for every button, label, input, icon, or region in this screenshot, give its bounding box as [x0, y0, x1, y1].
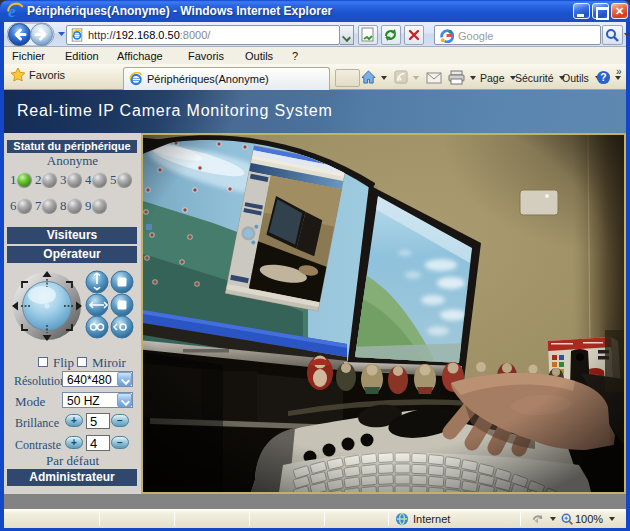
svg-text:4: 4 — [85, 172, 92, 187]
svg-text:3: 3 — [60, 172, 67, 187]
svg-text:8: 8 — [60, 198, 67, 213]
svg-text:6: 6 — [10, 198, 17, 213]
svg-text:?: ? — [600, 72, 606, 83]
svg-text:5: 5 — [110, 172, 117, 187]
svg-text:2: 2 — [35, 172, 42, 187]
svg-text:9: 9 — [85, 198, 92, 213]
svg-text:7: 7 — [35, 198, 42, 213]
svg-text:1: 1 — [10, 172, 17, 187]
